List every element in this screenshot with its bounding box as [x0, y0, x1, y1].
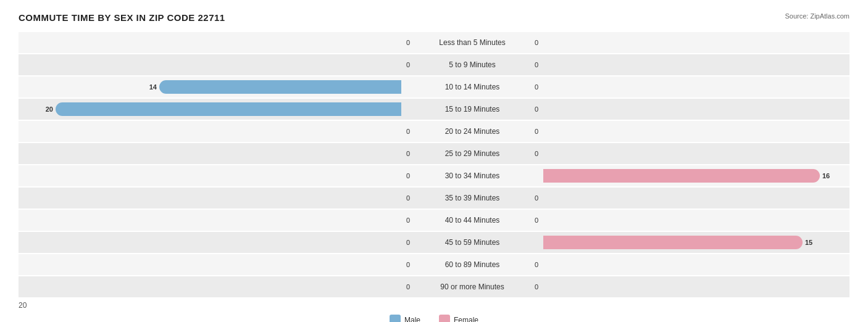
left-section: 20 [19, 99, 401, 120]
right-section: 0 [543, 143, 868, 164]
legend-male-box [390, 315, 401, 322]
male-bar: 14 [159, 80, 401, 94]
right-section: 0 [543, 99, 868, 120]
chart-row: 020 to 24 Minutes0 [19, 121, 849, 142]
left-section: 0 [19, 232, 401, 253]
right-section: 16 [543, 165, 868, 186]
row-label: 40 to 44 Minutes [401, 216, 543, 225]
left-section: 0 [19, 254, 401, 275]
axis-left-label: 20 [19, 301, 401, 310]
male-bar: 20 [56, 102, 401, 116]
right-section: 0 [543, 32, 868, 53]
chart-title: COMMUTE TIME BY SEX IN ZIP CODE 22711 [19, 12, 225, 23]
right-section: 0 [543, 210, 868, 231]
legend-male: Male [390, 315, 420, 322]
legend-female-box [439, 315, 450, 322]
left-section: 0 [19, 276, 401, 297]
left-section: 0 [19, 210, 401, 231]
row-label: Less than 5 Minutes [401, 38, 543, 47]
chart-row: 040 to 44 Minutes0 [19, 210, 849, 231]
legend: Male Female [19, 315, 849, 322]
row-label: 35 to 39 Minutes [401, 194, 543, 202]
row-label: 30 to 34 Minutes [401, 171, 543, 180]
source-label: Source: ZipAtlas.com [785, 12, 849, 20]
left-section: 0 [19, 188, 401, 208]
chart-row: 045 to 59 Minutes15 [19, 232, 849, 253]
row-label: 5 to 9 Minutes [401, 60, 543, 69]
right-section: 0 [543, 121, 868, 142]
row-label: 10 to 14 Minutes [401, 83, 543, 91]
right-section: 0 [543, 76, 868, 97]
right-section: 15 [543, 232, 868, 253]
chart-row: 2015 to 19 Minutes0 [19, 99, 849, 120]
axis-right-label: 20 [543, 301, 868, 310]
left-section: 0 [19, 54, 401, 75]
left-section: 0 [19, 121, 401, 142]
chart-row: 0Less than 5 Minutes0 [19, 32, 849, 53]
row-label: 25 to 29 Minutes [401, 149, 543, 158]
left-section: 0 [19, 165, 401, 186]
right-section: 0 [543, 188, 868, 208]
row-label: 15 to 19 Minutes [401, 105, 543, 114]
female-bar: 16 [543, 169, 820, 183]
legend-female: Female [439, 315, 478, 322]
legend-male-label: Male [404, 316, 420, 322]
female-value: 15 [805, 239, 812, 246]
row-label: 60 to 89 Minutes [401, 260, 543, 269]
left-section: 0 [19, 143, 401, 164]
chart-row: 05 to 9 Minutes0 [19, 54, 849, 75]
row-label: 45 to 59 Minutes [401, 238, 543, 247]
chart-row: 060 to 89 Minutes0 [19, 254, 849, 275]
chart-area: 0Less than 5 Minutes005 to 9 Minutes0141… [19, 32, 849, 297]
right-section: 0 [543, 254, 868, 275]
male-value: 14 [149, 83, 157, 91]
left-section: 0 [19, 32, 401, 53]
female-bar: 15 [543, 236, 803, 249]
chart-row: 025 to 29 Minutes0 [19, 143, 849, 164]
chart-row: 090 or more Minutes0 [19, 276, 849, 297]
legend-female-label: Female [454, 316, 478, 322]
row-label: 20 to 24 Minutes [401, 127, 543, 136]
right-section: 0 [543, 276, 868, 297]
chart-row: 1410 to 14 Minutes0 [19, 76, 849, 97]
chart-row: 030 to 34 Minutes16 [19, 165, 849, 186]
male-value: 20 [46, 105, 53, 113]
female-value: 16 [822, 172, 830, 180]
right-section: 0 [543, 54, 868, 75]
chart-row: 035 to 39 Minutes0 [19, 188, 849, 208]
left-section: 14 [19, 76, 401, 97]
row-label: 90 or more Minutes [401, 283, 543, 291]
